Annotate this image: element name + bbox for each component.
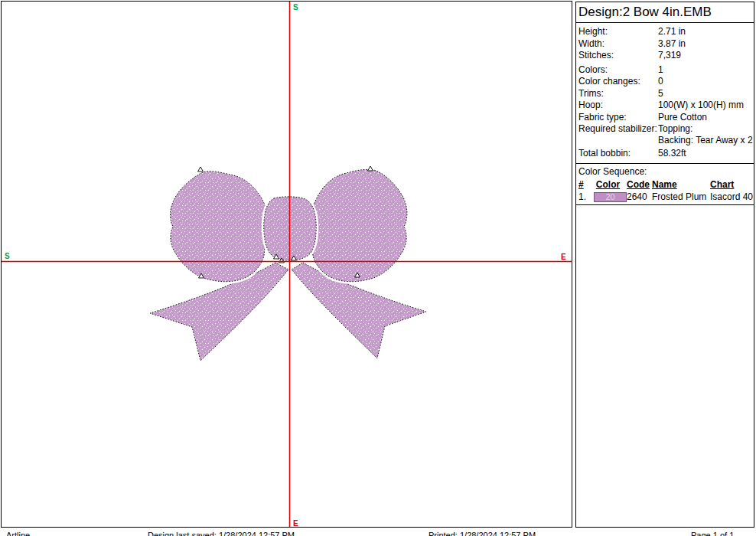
bow-tails (150, 263, 426, 361)
design-title: Design:2 Bow 4in.EMB (576, 2, 754, 23)
start-label-top: S (293, 3, 298, 11)
property-row-hoop: Hoop: 100(W) x 100(H) mm (578, 100, 752, 112)
property-row-trims: Trims: 5 (578, 88, 752, 100)
left-loop (171, 172, 267, 282)
color-sequence-heading: Color Sequence: (576, 164, 754, 178)
footer-printed-text: Printed: 1/28/2024 12:57 PM (429, 531, 536, 536)
column-header-color: Color (589, 178, 627, 191)
footer-left-text: Artline (6, 531, 30, 536)
bow-design-svg: S E S E (2, 2, 572, 527)
property-value: 2.71 in (658, 26, 752, 38)
property-value-backing: Backing: Tear Away x 2 (658, 136, 752, 145)
property-value: 3.87 in (658, 38, 752, 51)
thread-chart: Isacord 40 (710, 191, 754, 203)
property-value: 1 (658, 64, 752, 77)
color-swatch-cell: 20 (589, 191, 627, 203)
thread-code: 2640 (627, 191, 652, 203)
property-row-stitches: Stitches: 7,319 (578, 50, 752, 62)
property-label: Color changes: (578, 76, 658, 88)
column-header-chart: Chart (710, 178, 754, 191)
property-value: 5 (658, 88, 752, 100)
column-header-name: Name (652, 178, 710, 191)
design-properties: Height: 2.71 in Width: 3.87 in Stitches:… (576, 23, 754, 164)
property-row-bobbin: Total bobbin: 58.32ft (578, 148, 752, 160)
property-label: Required stabilizer: (578, 123, 658, 136)
footer-page-number: Page 1 of 1 (691, 531, 734, 536)
property-row-height: Height: 2.71 in (578, 26, 752, 38)
color-row-number: 1. (578, 191, 589, 203)
property-label: Colors: (578, 64, 658, 77)
thread-color-swatch: 20 (594, 192, 627, 202)
column-header-num: # (578, 178, 589, 191)
end-label-right: E (561, 253, 566, 261)
property-label: Height: (578, 26, 658, 38)
right-loop (311, 169, 407, 281)
property-row-color-changes: Color changes: 0 (578, 76, 752, 88)
property-label: Trims: (578, 88, 658, 100)
trim-marker-icon (198, 167, 204, 172)
property-label: Width: (578, 38, 658, 51)
panel-empty-area (576, 205, 754, 527)
thread-name: Frosted Plum (652, 191, 710, 203)
color-sequence-header-row: # Color Code Name Chart (576, 178, 754, 191)
property-label: Total bobbin: (578, 148, 658, 160)
property-row-stabilizer: Required stabilizer: Topping: (578, 123, 752, 136)
start-label-left: S (5, 252, 10, 260)
page-footer: Artline Design last saved: 1/28/2024 12:… (0, 530, 756, 536)
footer-saved-text: Design last saved: 1/28/2024 12:57 PM (148, 531, 295, 536)
column-header-code: Code (627, 178, 652, 191)
property-value: Pure Cotton (658, 112, 752, 124)
property-label: Hoop: (578, 100, 658, 112)
property-label: Fabric type: (578, 112, 658, 124)
property-value: 0 (658, 76, 752, 88)
property-row-colors: Colors: 1 (578, 64, 752, 77)
property-row-width: Width: 3.87 in (578, 38, 752, 51)
property-row-fabric: Fabric type: Pure Cotton (578, 112, 752, 124)
property-value: Topping: (658, 123, 752, 136)
property-value: 100(W) x 100(H) mm (658, 100, 752, 112)
property-label: Stitches: (578, 50, 658, 62)
property-value: 58.32ft (658, 148, 752, 160)
color-sequence-row: 1. 20 2640 Frosted Plum Isacord 40 (576, 191, 754, 203)
print-preview-page: { "panel": { "title": "Design:2 Bow 4in.… (0, 0, 756, 536)
design-canvas: S E S E (1, 1, 572, 528)
property-value: 7,319 (658, 50, 752, 62)
design-info-panel: Design:2 Bow 4in.EMB Height: 2.71 in Wid… (575, 2, 754, 528)
end-label-bottom: E (293, 519, 298, 527)
